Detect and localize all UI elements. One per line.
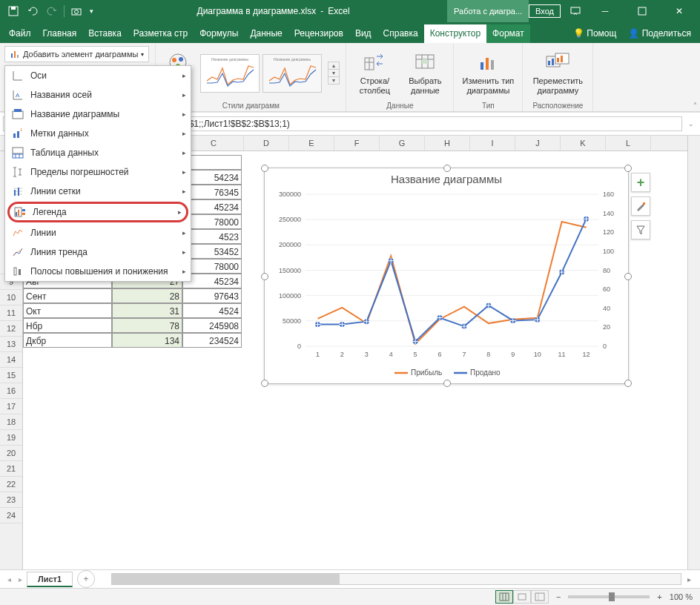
tab-review[interactable]: Рецензиров [288,24,349,43]
add-chart-element-menu: Оси▸ AНазвания осей▸ Название диаграммы▸… [4,65,191,282]
sheet-tab-1[interactable]: Лист1 [27,572,73,587]
col-header-g[interactable]: G [380,136,425,151]
svg-text:1: 1 [316,351,320,358]
tab-layout[interactable]: Разметка стр [128,24,194,43]
status-bar: − + 100 % [0,588,700,605]
col-header-j[interactable]: J [515,136,561,151]
tell-me[interactable]: 💡 Помощ [567,24,622,43]
change-chart-type-button[interactable]: Изменить тип диаграммы [460,50,516,96]
quick-access-toolbar: ▾ [0,4,99,19]
tab-formulas[interactable]: Формулы [194,24,244,43]
menu-item-axis-titles[interactable]: AНазвания осей▸ [5,85,191,105]
tab-file[interactable]: Файл [3,24,37,43]
view-page-break-icon[interactable] [531,590,549,604]
gallery-up-icon[interactable]: ▴ [328,62,339,70]
svg-text:7: 7 [462,351,466,358]
group-label-type: Тип [482,100,495,110]
col-header-k[interactable]: K [561,136,606,151]
horizontal-scrollbar[interactable] [111,573,681,585]
add-chart-element-button[interactable]: Добавить элемент диаграммы ▾ [4,46,149,62]
col-header-e[interactable]: E [289,136,334,151]
collapse-ribbon-icon[interactable]: ˄ [693,102,697,110]
zoom-out-icon[interactable]: − [556,592,561,601]
chart-styles-gallery[interactable]: Название диаграммы Название диаграммы [200,54,322,93]
close-button[interactable]: ✕ [664,0,694,22]
col-header-f[interactable]: F [334,136,380,151]
view-normal-icon[interactable] [495,590,513,604]
camera-icon[interactable] [69,4,84,19]
svg-text:120: 120 [603,228,614,236]
col-header-i[interactable]: I [470,136,515,151]
svg-rect-33 [14,268,16,275]
expand-formula-icon[interactable]: ⌄ [685,120,697,128]
chart-plot: Название диаграммы0500001000001500002000… [265,168,628,383]
tab-view[interactable]: Вид [349,24,377,43]
svg-rect-57 [557,58,559,62]
tab-home[interactable]: Главная [37,24,83,43]
switch-row-column-button[interactable]: Строка/ столбец [352,50,397,96]
save-icon[interactable] [6,4,21,19]
gallery-down-icon[interactable]: ▾ [328,70,339,77]
minimize-button[interactable]: ─ [590,0,620,22]
menu-item-lines[interactable]: Линии▸ [5,223,191,242]
chart-brush-icon[interactable] [631,196,650,216]
ribbon: Добавить элемент диаграммы ▾ Оси▸ AНазва… [0,43,700,112]
svg-text:Название диаграммы: Название диаграммы [391,173,502,185]
select-data-button[interactable]: Выбрать данные [403,50,447,96]
menu-item-chart-title[interactable]: Название диаграммы▸ [5,105,191,124]
zoom-level[interactable]: 100 % [670,592,693,601]
col-header-c[interactable]: C [184,136,244,151]
col-header-h[interactable]: H [425,136,470,151]
svg-text:250000: 250000 [279,216,301,223]
svg-rect-12 [13,133,16,138]
menu-item-updown-bars[interactable]: Полосы повышения и понижения▸ [5,262,191,281]
move-chart-button[interactable]: Переместить диаграмму [529,50,587,96]
menu-item-gridlines[interactable]: Линии сетки▸ [5,182,191,201]
titlebar: ▾ Диаграмма в диаграмме.xlsx - Excel Раб… [0,0,700,22]
menu-item-legend[interactable]: Легенда▸ [7,202,188,222]
col-header-d[interactable]: D [244,136,289,151]
tab-insert[interactable]: Вставка [82,24,128,43]
tab-data[interactable]: Данные [244,24,288,43]
style-thumb-1[interactable]: Название диаграммы [200,54,260,93]
col-header-l[interactable]: L [606,136,651,151]
chart-object[interactable]: Название диаграммы0500001000001500002000… [264,168,629,384]
svg-text:20: 20 [603,323,610,331]
tab-chart-format[interactable]: Формат [486,24,530,43]
svg-rect-1 [11,7,16,10]
tab-chart-design[interactable]: Конструктор [424,24,486,43]
vertical-scrollbar[interactable] [687,136,700,569]
updown-bars-icon [11,265,24,278]
zoom-slider[interactable] [568,595,650,598]
sheet-nav-prev-icon[interactable]: ◂ [4,575,14,583]
share-button[interactable]: 👤 Поделиться [622,24,697,43]
tab-help[interactable]: Справка [377,24,424,43]
view-page-layout-icon[interactable] [513,590,531,604]
svg-rect-51 [486,58,489,70]
undo-icon[interactable] [25,4,40,19]
menu-item-error-bars[interactable]: Пределы погрешностей▸ [5,162,191,182]
style-thumb-2[interactable]: Название диаграммы [262,54,322,93]
axis-titles-icon: A [11,88,24,102]
sheet-nav-next-icon[interactable]: ▸ [16,575,25,583]
login-button[interactable]: Вход [529,4,561,18]
chart-plus-icon[interactable]: + [631,173,650,192]
zoom-in-icon[interactable]: + [657,592,661,601]
menu-item-axes[interactable]: Оси▸ [5,66,191,85]
svg-text:60: 60 [603,285,610,293]
menu-item-data-table[interactable]: Таблица данных▸ [5,143,191,162]
svg-rect-16 [13,154,23,158]
gallery-more-icon[interactable]: ▾ [328,77,339,84]
maximize-button[interactable] [627,0,657,22]
add-sheet-icon[interactable]: + [77,570,95,588]
move-chart-icon [546,50,569,74]
svg-rect-15 [13,148,23,153]
menu-item-data-labels[interactable]: 1Метки данных▸ [5,124,191,143]
add-chart-element-label: Добавить элемент диаграммы [23,50,138,59]
formula-input[interactable]: =РЯД(Лист1!$B$1;;Лист1!$B$2:$B$13;1) [119,116,682,131]
chart-filter-icon[interactable] [631,220,650,239]
group-label-location: Расположение [532,100,583,110]
ribbon-options-icon[interactable] [568,4,583,19]
svg-rect-26 [18,188,19,196]
menu-item-trendline[interactable]: Линия тренда▸ [5,242,191,262]
